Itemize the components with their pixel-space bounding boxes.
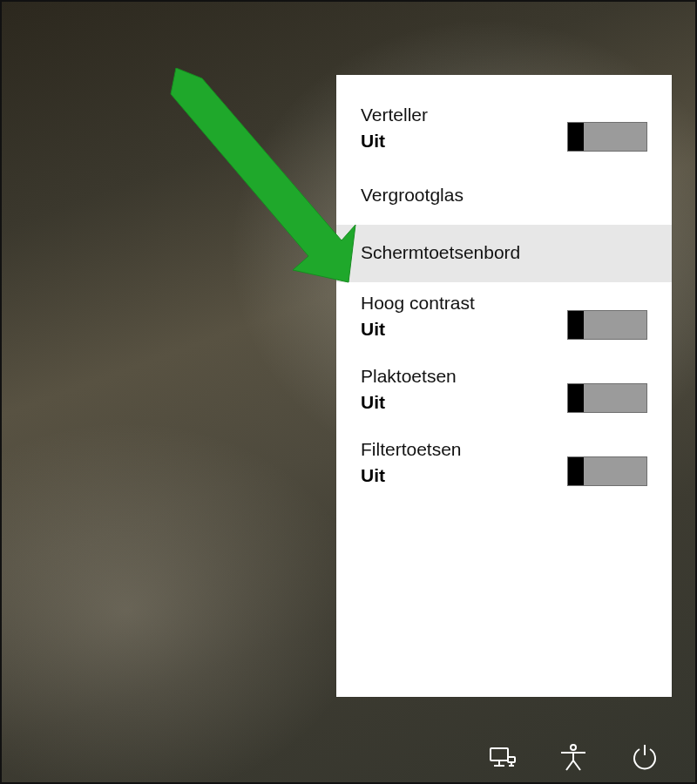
power-button[interactable]	[627, 740, 662, 775]
menu-item-vergrootglas[interactable]: Vergrootglas	[336, 167, 672, 225]
menu-item-label: Hoog contrast	[361, 293, 475, 314]
ease-of-access-panel: Verteller Uit Vergrootglas Schermtoetsen…	[336, 75, 672, 697]
menu-item-texts: Vergrootglas	[361, 185, 464, 206]
lock-screen-background: Verteller Uit Vergrootglas Schermtoetsen…	[0, 0, 697, 784]
menu-item-plaktoetsen[interactable]: Plaktoetsen Uit	[336, 355, 672, 429]
toggle-verteller[interactable]	[567, 122, 647, 152]
ease-of-access-button[interactable]	[556, 740, 591, 775]
menu-item-texts: Plaktoetsen Uit	[361, 366, 457, 413]
menu-item-hoog-contrast[interactable]: Hoog contrast Uit	[336, 282, 672, 355]
menu-item-verteller[interactable]: Verteller Uit	[336, 94, 672, 167]
menu-item-filtertoetsen[interactable]: Filtertoetsen Uit	[336, 429, 672, 502]
power-icon	[630, 743, 660, 773]
menu-item-state: Uit	[361, 392, 457, 413]
menu-item-label: Vergrootglas	[361, 185, 464, 206]
menu-item-label: Verteller	[361, 105, 428, 125]
svg-line-11	[573, 760, 580, 770]
menu-item-state: Uit	[361, 465, 462, 486]
menu-item-texts: Filtertoetsen Uit	[361, 439, 462, 486]
menu-item-label: Plaktoetsen	[361, 366, 457, 387]
menu-item-label: Schermtoetsenbord	[361, 242, 520, 263]
svg-point-7	[571, 745, 576, 750]
network-icon	[487, 743, 517, 773]
menu-item-texts: Schermtoetsenbord	[361, 242, 520, 263]
menu-item-texts: Hoog contrast Uit	[361, 293, 475, 340]
svg-line-10	[566, 760, 573, 770]
lock-screen-bottom-bar	[484, 740, 662, 775]
svg-marker-0	[171, 68, 355, 282]
menu-item-schermtoetsenbord[interactable]: Schermtoetsenbord	[336, 225, 672, 282]
accessibility-icon	[558, 743, 588, 773]
network-button[interactable]	[484, 740, 519, 775]
svg-rect-1	[491, 748, 508, 760]
menu-item-label: Filtertoetsen	[361, 439, 462, 460]
menu-item-texts: Verteller Uit	[361, 105, 428, 152]
menu-item-state: Uit	[361, 319, 475, 340]
toggle-filtertoetsen[interactable]	[567, 456, 647, 486]
menu-item-state: Uit	[361, 131, 428, 152]
toggle-hoog-contrast[interactable]	[567, 310, 647, 340]
toggle-plaktoetsen[interactable]	[567, 383, 647, 413]
svg-rect-4	[508, 757, 515, 762]
